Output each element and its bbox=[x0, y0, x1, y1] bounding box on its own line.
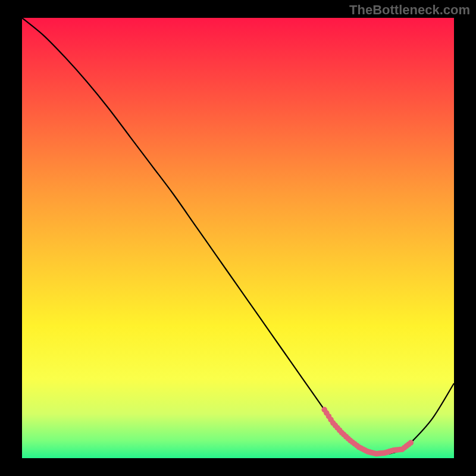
highlight-dot bbox=[408, 440, 414, 446]
plot-area bbox=[22, 18, 454, 458]
chart-svg bbox=[22, 18, 454, 458]
chart-container: TheBottleneck.com bbox=[0, 0, 476, 476]
gradient-background bbox=[22, 18, 454, 458]
attribution-text: TheBottleneck.com bbox=[349, 2, 470, 18]
